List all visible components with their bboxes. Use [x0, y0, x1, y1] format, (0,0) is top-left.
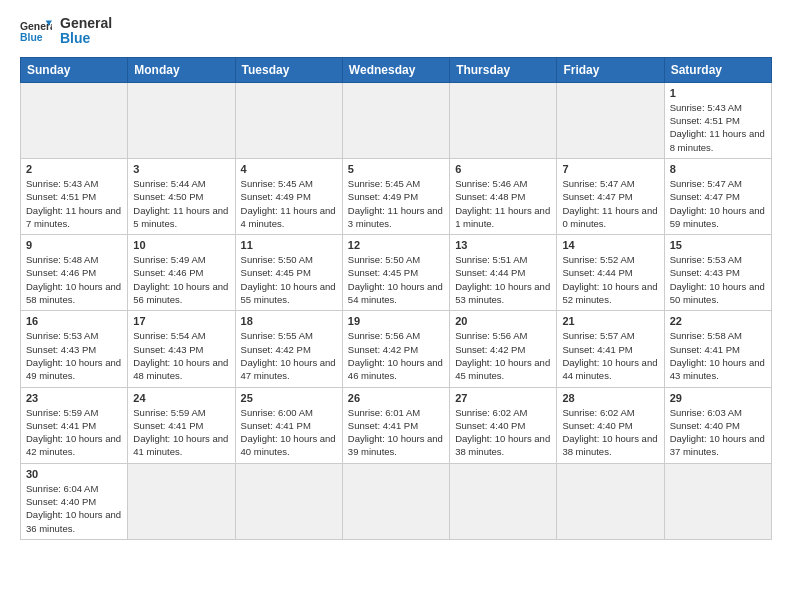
calendar-row-1: 1Sunrise: 5:43 AM Sunset: 4:51 PM Daylig…	[21, 82, 772, 158]
day-number: 25	[241, 392, 337, 404]
calendar-cell: 2Sunrise: 5:43 AM Sunset: 4:51 PM Daylig…	[21, 158, 128, 234]
calendar-cell: 4Sunrise: 5:45 AM Sunset: 4:49 PM Daylig…	[235, 158, 342, 234]
weekday-thursday: Thursday	[450, 57, 557, 82]
day-number: 13	[455, 239, 551, 251]
day-number: 12	[348, 239, 444, 251]
day-number: 30	[26, 468, 122, 480]
calendar-cell: 7Sunrise: 5:47 AM Sunset: 4:47 PM Daylig…	[557, 158, 664, 234]
weekday-saturday: Saturday	[664, 57, 771, 82]
day-number: 29	[670, 392, 766, 404]
logo: General Blue General Blue	[20, 16, 112, 47]
calendar-cell: 17Sunrise: 5:54 AM Sunset: 4:43 PM Dayli…	[128, 311, 235, 387]
weekday-sunday: Sunday	[21, 57, 128, 82]
day-number: 6	[455, 163, 551, 175]
day-info: Sunrise: 5:56 AM Sunset: 4:42 PM Dayligh…	[348, 329, 444, 382]
calendar-cell: 29Sunrise: 6:03 AM Sunset: 4:40 PM Dayli…	[664, 387, 771, 463]
day-number: 21	[562, 315, 658, 327]
calendar-cell: 5Sunrise: 5:45 AM Sunset: 4:49 PM Daylig…	[342, 158, 449, 234]
calendar-row-2: 2Sunrise: 5:43 AM Sunset: 4:51 PM Daylig…	[21, 158, 772, 234]
calendar-cell: 13Sunrise: 5:51 AM Sunset: 4:44 PM Dayli…	[450, 235, 557, 311]
day-number: 19	[348, 315, 444, 327]
day-info: Sunrise: 5:53 AM Sunset: 4:43 PM Dayligh…	[670, 253, 766, 306]
day-info: Sunrise: 5:46 AM Sunset: 4:48 PM Dayligh…	[455, 177, 551, 230]
day-info: Sunrise: 5:53 AM Sunset: 4:43 PM Dayligh…	[26, 329, 122, 382]
calendar-cell	[557, 82, 664, 158]
weekday-wednesday: Wednesday	[342, 57, 449, 82]
weekday-tuesday: Tuesday	[235, 57, 342, 82]
day-info: Sunrise: 5:45 AM Sunset: 4:49 PM Dayligh…	[241, 177, 337, 230]
logo-general: General	[60, 16, 112, 31]
calendar-row-5: 23Sunrise: 5:59 AM Sunset: 4:41 PM Dayli…	[21, 387, 772, 463]
calendar-cell: 22Sunrise: 5:58 AM Sunset: 4:41 PM Dayli…	[664, 311, 771, 387]
day-number: 5	[348, 163, 444, 175]
day-info: Sunrise: 5:45 AM Sunset: 4:49 PM Dayligh…	[348, 177, 444, 230]
calendar-cell: 14Sunrise: 5:52 AM Sunset: 4:44 PM Dayli…	[557, 235, 664, 311]
day-number: 17	[133, 315, 229, 327]
day-number: 4	[241, 163, 337, 175]
day-info: Sunrise: 5:47 AM Sunset: 4:47 PM Dayligh…	[562, 177, 658, 230]
weekday-header-row: SundayMondayTuesdayWednesdayThursdayFrid…	[21, 57, 772, 82]
calendar-cell	[450, 463, 557, 539]
day-info: Sunrise: 5:59 AM Sunset: 4:41 PM Dayligh…	[133, 406, 229, 459]
day-number: 24	[133, 392, 229, 404]
day-info: Sunrise: 5:50 AM Sunset: 4:45 PM Dayligh…	[348, 253, 444, 306]
day-number: 11	[241, 239, 337, 251]
calendar-cell	[235, 463, 342, 539]
calendar-cell: 9Sunrise: 5:48 AM Sunset: 4:46 PM Daylig…	[21, 235, 128, 311]
calendar-cell: 30Sunrise: 6:04 AM Sunset: 4:40 PM Dayli…	[21, 463, 128, 539]
day-info: Sunrise: 5:58 AM Sunset: 4:41 PM Dayligh…	[670, 329, 766, 382]
day-number: 26	[348, 392, 444, 404]
day-number: 7	[562, 163, 658, 175]
logo-icon: General Blue	[20, 17, 52, 45]
day-info: Sunrise: 5:49 AM Sunset: 4:46 PM Dayligh…	[133, 253, 229, 306]
day-info: Sunrise: 5:51 AM Sunset: 4:44 PM Dayligh…	[455, 253, 551, 306]
calendar-table: SundayMondayTuesdayWednesdayThursdayFrid…	[20, 57, 772, 540]
calendar-cell: 12Sunrise: 5:50 AM Sunset: 4:45 PM Dayli…	[342, 235, 449, 311]
day-number: 15	[670, 239, 766, 251]
svg-text:Blue: Blue	[20, 33, 43, 44]
day-number: 9	[26, 239, 122, 251]
day-number: 3	[133, 163, 229, 175]
day-info: Sunrise: 5:56 AM Sunset: 4:42 PM Dayligh…	[455, 329, 551, 382]
day-info: Sunrise: 5:59 AM Sunset: 4:41 PM Dayligh…	[26, 406, 122, 459]
header: General Blue General Blue	[20, 16, 772, 47]
day-number: 8	[670, 163, 766, 175]
day-number: 16	[26, 315, 122, 327]
calendar-cell: 1Sunrise: 5:43 AM Sunset: 4:51 PM Daylig…	[664, 82, 771, 158]
day-info: Sunrise: 5:47 AM Sunset: 4:47 PM Dayligh…	[670, 177, 766, 230]
calendar-cell	[128, 463, 235, 539]
calendar-cell: 21Sunrise: 5:57 AM Sunset: 4:41 PM Dayli…	[557, 311, 664, 387]
day-number: 2	[26, 163, 122, 175]
day-info: Sunrise: 5:54 AM Sunset: 4:43 PM Dayligh…	[133, 329, 229, 382]
day-number: 23	[26, 392, 122, 404]
calendar-cell	[664, 463, 771, 539]
day-info: Sunrise: 5:43 AM Sunset: 4:51 PM Dayligh…	[26, 177, 122, 230]
calendar-cell: 6Sunrise: 5:46 AM Sunset: 4:48 PM Daylig…	[450, 158, 557, 234]
calendar-cell: 23Sunrise: 5:59 AM Sunset: 4:41 PM Dayli…	[21, 387, 128, 463]
calendar-cell: 28Sunrise: 6:02 AM Sunset: 4:40 PM Dayli…	[557, 387, 664, 463]
day-info: Sunrise: 6:04 AM Sunset: 4:40 PM Dayligh…	[26, 482, 122, 535]
day-number: 18	[241, 315, 337, 327]
weekday-friday: Friday	[557, 57, 664, 82]
day-info: Sunrise: 6:03 AM Sunset: 4:40 PM Dayligh…	[670, 406, 766, 459]
calendar-cell	[450, 82, 557, 158]
calendar-row-3: 9Sunrise: 5:48 AM Sunset: 4:46 PM Daylig…	[21, 235, 772, 311]
day-info: Sunrise: 5:50 AM Sunset: 4:45 PM Dayligh…	[241, 253, 337, 306]
page: General Blue General Blue SundayMondayTu…	[0, 0, 792, 612]
weekday-monday: Monday	[128, 57, 235, 82]
calendar-cell	[128, 82, 235, 158]
day-number: 1	[670, 87, 766, 99]
day-number: 20	[455, 315, 551, 327]
day-info: Sunrise: 5:57 AM Sunset: 4:41 PM Dayligh…	[562, 329, 658, 382]
calendar-cell: 10Sunrise: 5:49 AM Sunset: 4:46 PM Dayli…	[128, 235, 235, 311]
day-number: 27	[455, 392, 551, 404]
calendar-cell: 24Sunrise: 5:59 AM Sunset: 4:41 PM Dayli…	[128, 387, 235, 463]
day-info: Sunrise: 5:55 AM Sunset: 4:42 PM Dayligh…	[241, 329, 337, 382]
calendar-cell: 8Sunrise: 5:47 AM Sunset: 4:47 PM Daylig…	[664, 158, 771, 234]
calendar-row-4: 16Sunrise: 5:53 AM Sunset: 4:43 PM Dayli…	[21, 311, 772, 387]
day-info: Sunrise: 5:52 AM Sunset: 4:44 PM Dayligh…	[562, 253, 658, 306]
day-info: Sunrise: 6:02 AM Sunset: 4:40 PM Dayligh…	[562, 406, 658, 459]
calendar-cell	[342, 463, 449, 539]
calendar-cell: 18Sunrise: 5:55 AM Sunset: 4:42 PM Dayli…	[235, 311, 342, 387]
day-info: Sunrise: 5:48 AM Sunset: 4:46 PM Dayligh…	[26, 253, 122, 306]
